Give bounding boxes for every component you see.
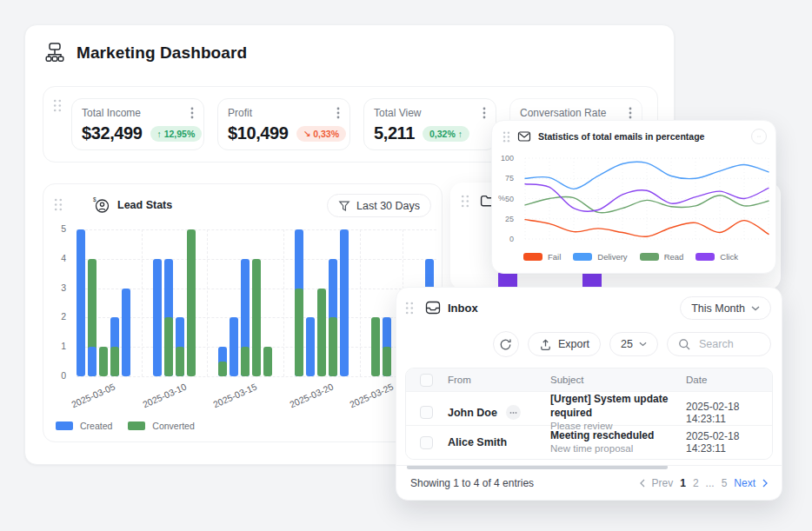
bar-segment: [153, 259, 162, 376]
row-checkbox[interactable]: [420, 436, 433, 449]
email-stats-panel: Statistics of total emails in percentage…: [491, 120, 776, 274]
kebab-menu-icon[interactable]: [336, 107, 340, 119]
bar-segment: [99, 347, 108, 376]
bar[interactable]: [340, 229, 349, 376]
legend-swatch-click: [696, 253, 715, 261]
lead-stats-panel: $ Lead Stats Last 30 Days 543210 2025-03…: [43, 183, 443, 442]
legend-item-click: Click: [696, 252, 738, 262]
lead-stats-title: Lead Stats: [117, 199, 172, 211]
refresh-button[interactable]: [493, 331, 519, 357]
page-number-2[interactable]: 2: [693, 477, 699, 489]
bar[interactable]: [122, 229, 130, 376]
next-button[interactable]: Next: [734, 477, 755, 489]
chevron-right-icon[interactable]: [762, 479, 768, 488]
stat-value: $10,499: [228, 123, 289, 143]
page-ellipsis: ...: [706, 477, 715, 489]
inbox-table: From Subject Date John Doe [Urgent] Syst…: [405, 368, 773, 460]
drag-handle-icon[interactable]: [405, 302, 414, 315]
bar[interactable]: [164, 229, 173, 376]
bar-segment: [164, 317, 173, 376]
svg-text:$: $: [93, 196, 97, 202]
bar[interactable]: [252, 229, 261, 376]
y-axis-tick: 50: [505, 195, 514, 203]
trend-badge: ↘ 0,33%: [296, 126, 347, 142]
stat-title: Total View: [374, 107, 421, 119]
bar-segment: [383, 347, 391, 376]
bar-segment: [329, 317, 337, 376]
bar-segment: [306, 317, 315, 376]
date-filter-button[interactable]: Last 30 Days: [327, 194, 431, 217]
dashboard-header: Marketing Dashboard: [43, 41, 247, 64]
bar[interactable]: [153, 229, 162, 376]
pagination: Prev 1 2 ... 5 Next: [640, 477, 768, 489]
period-label: This Month: [691, 302, 745, 315]
export-label: Export: [558, 338, 589, 350]
y-axis-tick: 3: [61, 282, 66, 293]
bar[interactable]: [306, 229, 315, 376]
bar[interactable]: [230, 229, 238, 376]
legend-label: Click: [720, 252, 738, 262]
page-size-value: 25: [621, 338, 633, 350]
bar[interactable]: [241, 229, 250, 376]
table-row[interactable]: John Doe [Urgent] System update required…: [406, 391, 772, 425]
bar[interactable]: [371, 229, 380, 376]
drag-handle-icon[interactable]: [53, 99, 62, 112]
search-box[interactable]: [667, 332, 771, 356]
stat-value: 5,211: [374, 123, 415, 143]
stat-card-total-view: Total View 5,211 0,32% ↑: [363, 98, 496, 150]
search-input[interactable]: [697, 337, 765, 351]
x-axis-label: 2025-03-05: [70, 382, 116, 410]
y-axis-tick: 75: [505, 174, 514, 183]
trend-badge: 0,32% ↑: [423, 126, 469, 142]
page-number-5[interactable]: 5: [722, 477, 728, 489]
export-button[interactable]: Export: [528, 332, 601, 356]
table-row[interactable]: Alice Smith Meeting rescheduled New time…: [406, 425, 772, 459]
row-checkbox[interactable]: [420, 406, 433, 419]
stat-title: Profit: [228, 107, 252, 119]
bar[interactable]: [329, 229, 337, 376]
line-chart-legend: Fail Delivery Read Click: [523, 252, 738, 262]
page-size-select[interactable]: 25: [609, 332, 658, 356]
grid-line: [77, 376, 436, 377]
bar[interactable]: [295, 229, 303, 376]
bar[interactable]: [110, 229, 119, 376]
y-axis-tick: 25: [505, 215, 514, 223]
bar[interactable]: [317, 229, 326, 376]
inbox-panel: Inbox This Month: [396, 287, 782, 501]
inbox-icon: [425, 300, 441, 315]
drag-handle-icon[interactable]: [461, 195, 469, 208]
bar[interactable]: [218, 229, 227, 376]
stat-title: Total Income: [82, 107, 141, 119]
period-select[interactable]: This Month: [680, 296, 771, 320]
kebab-menu-icon[interactable]: [629, 107, 632, 119]
chevron-left-icon[interactable]: [640, 479, 645, 488]
bar[interactable]: [77, 229, 85, 376]
inbox-toolbar: Export 25: [493, 331, 771, 357]
bar[interactable]: [176, 229, 184, 376]
bar[interactable]: [383, 229, 391, 376]
prev-button[interactable]: Prev: [652, 477, 674, 489]
bar[interactable]: [263, 229, 272, 376]
kebab-menu-icon[interactable]: [190, 107, 194, 119]
legend-label: Fail: [548, 252, 561, 262]
select-all-checkbox[interactable]: [420, 374, 433, 387]
bar-segment: [340, 229, 349, 376]
stat-value: $32,499: [82, 123, 143, 143]
bar-segment: [263, 347, 272, 376]
bar-segment: [241, 347, 250, 376]
page-number-1[interactable]: 1: [680, 477, 686, 489]
mail-date: 2025-02-18 14:23:11: [686, 401, 772, 425]
panel-menu-button[interactable]: [751, 129, 767, 144]
bar[interactable]: [88, 229, 97, 376]
legend-swatch-fail: [523, 253, 542, 261]
bar[interactable]: [187, 229, 196, 376]
drag-handle-icon[interactable]: [54, 198, 63, 211]
legend-label: Created: [80, 421, 112, 431]
kebab-menu-icon[interactable]: [483, 107, 486, 119]
row-menu-button[interactable]: [506, 405, 521, 420]
page-title: Marketing Dashboard: [77, 43, 247, 63]
bar-group: 2025-03-05: [77, 229, 130, 376]
lead-person-icon: $: [92, 196, 110, 214]
bar-chart-legend: Created Converted: [56, 421, 195, 431]
bar[interactable]: [99, 229, 108, 376]
